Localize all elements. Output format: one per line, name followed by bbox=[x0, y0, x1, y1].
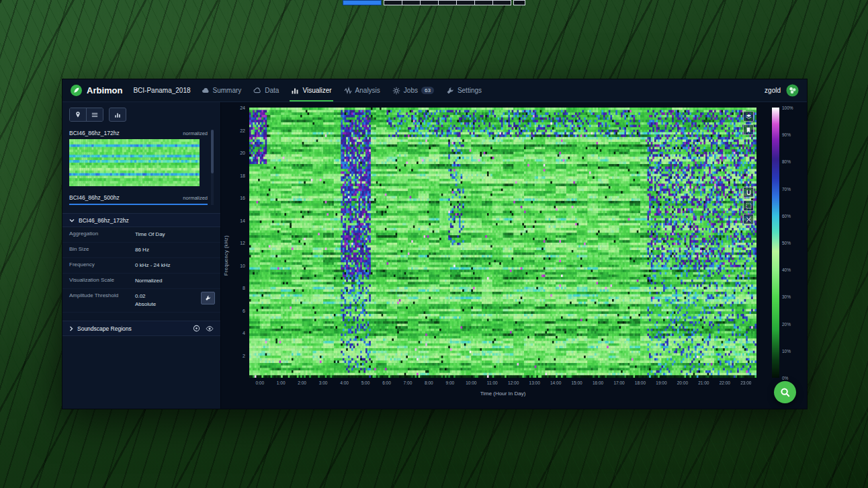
nav-tab-summary[interactable]: Summary bbox=[202, 79, 242, 101]
playlist-item-name: BCI46_86hz_500hz bbox=[69, 194, 120, 201]
map-pin-icon[interactable] bbox=[70, 108, 86, 121]
magnifier-icon bbox=[780, 387, 791, 398]
colorbar-tick-label: 40% bbox=[782, 268, 791, 272]
eye-icon[interactable] bbox=[206, 325, 214, 332]
colorbar-canvas bbox=[772, 108, 779, 378]
x-tick-label: 8:00 bbox=[425, 380, 433, 385]
y-tick-label: 14 bbox=[229, 218, 245, 223]
nav-tab-data[interactable]: Data bbox=[253, 79, 279, 101]
magnet-icon[interactable] bbox=[743, 187, 754, 198]
x-tick-label: 4:00 bbox=[340, 380, 349, 385]
edit-threshold-button[interactable] bbox=[201, 292, 215, 304]
soundscape-playlist: BCI46_86hz_172hz normalized BCI46_86hz_5… bbox=[69, 128, 214, 205]
video-progress-end bbox=[513, 0, 525, 5]
chevron-right-icon bbox=[69, 326, 73, 331]
colorbar-tick-label: 60% bbox=[782, 214, 791, 218]
video-progress-cell bbox=[384, 1, 402, 5]
y-tick-label: 8 bbox=[229, 286, 245, 290]
soundscape-canvas[interactable] bbox=[249, 108, 756, 378]
detail-label: Amplitude Threshold bbox=[69, 292, 135, 298]
x-tick-label: 6:00 bbox=[382, 380, 391, 385]
user-menu[interactable]: zgold bbox=[765, 84, 799, 97]
nav-label: Analysis bbox=[355, 87, 380, 94]
data-icon bbox=[253, 87, 261, 95]
jobs-count-badge: 63 bbox=[421, 87, 434, 94]
detail-row-aggregation: Aggregation Time Of Day bbox=[62, 227, 220, 243]
playlist-thumb-canvas bbox=[69, 139, 200, 186]
x-tick-label: 7:00 bbox=[404, 380, 413, 385]
brand-name: Arbimon bbox=[87, 85, 122, 95]
x-axis-ticks: 0:001:002:003:004:005:006:007:008:009:00… bbox=[249, 380, 756, 387]
colorbar-tick-label: 90% bbox=[782, 132, 791, 137]
app-logo[interactable]: Arbimon bbox=[71, 85, 122, 96]
x-tick-label: 2:00 bbox=[298, 380, 306, 385]
detail-row-amplitude-threshold: Amplitude Threshold 0.02 Absolute bbox=[62, 289, 220, 313]
nav-label: Summary bbox=[213, 87, 242, 94]
scrollbar-thumb[interactable] bbox=[211, 130, 214, 173]
y-tick-label: 16 bbox=[229, 196, 245, 200]
plot-tools-mid bbox=[743, 187, 754, 225]
project-name[interactable]: BCI-Panama_2018 bbox=[133, 87, 190, 94]
username: zgold bbox=[765, 87, 781, 94]
layers-icon[interactable] bbox=[743, 111, 754, 122]
list-icon[interactable] bbox=[86, 108, 103, 121]
y-axis-title: Frequency (kHz) bbox=[223, 235, 229, 276]
chevron-down-icon bbox=[69, 218, 75, 222]
y-tick-label: 20 bbox=[229, 151, 245, 155]
chart-icon[interactable] bbox=[109, 108, 126, 122]
y-tick-label: 22 bbox=[229, 128, 245, 133]
x-tick-label: 18:00 bbox=[635, 380, 646, 385]
x-tick-label: 12:00 bbox=[508, 380, 519, 385]
nav-tab-settings[interactable]: Settings bbox=[446, 79, 482, 101]
nav-tab-analysis[interactable]: Analysis bbox=[344, 79, 380, 101]
soundscape-plot[interactable] bbox=[249, 108, 756, 378]
colorbar-tick-label: 80% bbox=[782, 159, 791, 164]
video-progress-fill bbox=[343, 0, 382, 5]
video-progress-cell bbox=[421, 1, 439, 5]
draw-region-icon[interactable] bbox=[743, 200, 754, 211]
x-tick-label: 22:00 bbox=[720, 380, 730, 385]
y-tick-label: 12 bbox=[229, 241, 245, 245]
playlist-item-tag: normalized bbox=[183, 130, 208, 136]
x-tick-label: 0:00 bbox=[255, 380, 264, 385]
x-tick-label: 19:00 bbox=[656, 380, 666, 385]
colorbar-ticks: 100%90%80%70%60%50%40%30%20%10%0% bbox=[782, 108, 806, 378]
analysis-icon bbox=[344, 87, 352, 95]
y-tick-label: 4 bbox=[229, 331, 245, 335]
soundscape-regions-section[interactable]: Soundscape Regions bbox=[62, 321, 220, 336]
playlist-item-name: BCI46_86hz_172hz bbox=[69, 130, 120, 136]
zoom-fab-button[interactable] bbox=[774, 381, 796, 403]
arbimon-app-window: Arbimon BCI-Panama_2018 Summary Data Vis… bbox=[62, 79, 808, 409]
y-tick-label: 10 bbox=[229, 263, 245, 268]
x-tick-label: 13:00 bbox=[529, 380, 540, 385]
playlist-item[interactable]: BCI46_86hz_172hz normalized bbox=[69, 128, 208, 186]
detail-value: Normalized bbox=[135, 277, 162, 285]
target-icon[interactable] bbox=[193, 325, 200, 332]
arbimon-leaf-icon bbox=[71, 85, 82, 96]
sidebar-toolbar bbox=[62, 102, 220, 124]
playlist-scrollbar[interactable] bbox=[211, 130, 214, 205]
x-axis-title: Time (Hour In Day) bbox=[249, 391, 756, 397]
details-header[interactable]: BCI46_86hz_172hz bbox=[62, 214, 220, 227]
video-progress-cell bbox=[493, 1, 511, 5]
nav-tab-jobs[interactable]: Jobs 63 bbox=[392, 79, 434, 101]
regions-title: Soundscape Regions bbox=[77, 325, 132, 332]
soundscape-thumbnail[interactable] bbox=[69, 139, 208, 186]
detail-label: Aggregation bbox=[69, 231, 135, 237]
bookmark-icon[interactable] bbox=[743, 124, 754, 135]
wrench-icon bbox=[205, 295, 211, 301]
colorbar-tick-label: 70% bbox=[782, 187, 791, 192]
x-tick-label: 16:00 bbox=[593, 380, 603, 385]
erase-region-icon[interactable] bbox=[743, 214, 754, 225]
x-tick-label: 17:00 bbox=[613, 380, 624, 385]
nav-tab-visualizer[interactable]: Visualizer bbox=[291, 79, 331, 101]
x-tick-label: 15:00 bbox=[571, 380, 582, 385]
y-tick-label: 24 bbox=[229, 106, 245, 110]
x-tick-label: 1:00 bbox=[277, 380, 286, 385]
playlist-item[interactable]: BCI46_86hz_500hz normalized bbox=[69, 193, 208, 205]
x-tick-label: 3:00 bbox=[319, 380, 328, 385]
colorbar-tick-label: 0% bbox=[782, 376, 788, 380]
user-avatar bbox=[786, 84, 799, 97]
jobs-gear-icon bbox=[392, 87, 400, 95]
x-tick-label: 23:00 bbox=[740, 380, 751, 385]
